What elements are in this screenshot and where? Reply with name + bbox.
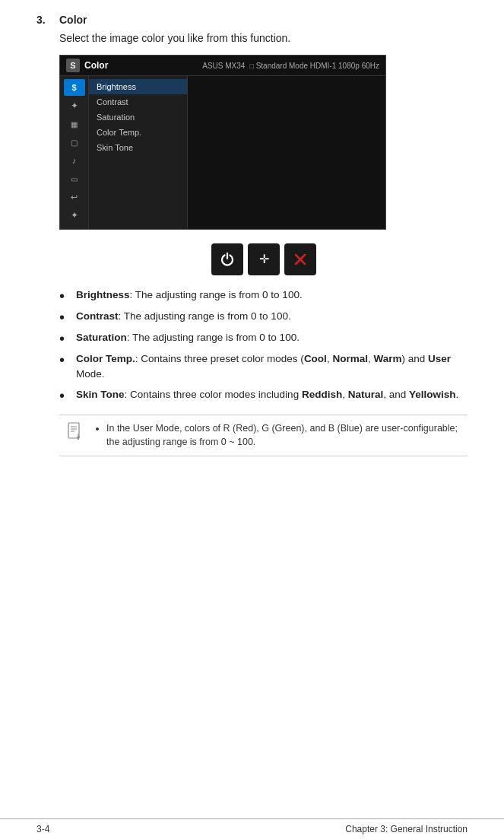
- bullet-saturation-text: Saturation: The adjusting range is from …: [76, 330, 468, 345]
- saturation-label: Saturation: [76, 332, 127, 343]
- footer-chapter: Chapter 3: General Instruction: [345, 824, 468, 834]
- note-content: In the User Mode, colors of R (Red), G (…: [94, 421, 463, 450]
- list-item-brightness: • Brightness: The adjusting range is fro…: [59, 288, 468, 304]
- section-description: Select the image color you like from thi…: [59, 32, 468, 44]
- osd-title: Color: [84, 60, 108, 71]
- reddish-label: Reddish: [302, 389, 342, 400]
- osd-sidebar: $ ✦ ▦ ▢ ♪ ▭ ↩ ✦: [60, 76, 89, 229]
- svg-text:✛: ✛: [258, 253, 268, 265]
- user-label: User: [428, 353, 451, 364]
- bullet-dot: •: [59, 351, 73, 368]
- footer-page-number: 3-4: [36, 824, 49, 834]
- natural-label: Natural: [348, 389, 384, 400]
- osd-mode: □ Standard Mode HDMI-1 1080p 60Hz: [249, 62, 379, 70]
- bullet-contrast-text: Contrast: The adjusting range is from 0 …: [76, 309, 468, 324]
- move-button[interactable]: ✛: [248, 243, 280, 275]
- osd-menu-saturation: Saturation: [89, 110, 187, 125]
- close-icon: [293, 252, 308, 267]
- brightness-label: Brightness: [76, 289, 130, 300]
- note-icon: [64, 421, 87, 443]
- list-item-saturation: • Saturation: The adjusting range is fro…: [59, 330, 468, 347]
- bullet-brightness-text: Brightness: The adjusting range is from …: [76, 288, 468, 303]
- osd-header: S Color ASUS MX34 □ Standard Mode HDMI-1…: [60, 56, 385, 76]
- svg-rect-3: [68, 423, 79, 438]
- list-item-skin-tone: • Skin Tone: Contains three color modes …: [59, 387, 468, 404]
- note-text: In the User Mode, colors of R (Red), G (…: [106, 421, 463, 450]
- skin-tone-label: Skin Tone: [76, 389, 125, 400]
- osd-header-right: ASUS MX34 □ Standard Mode HDMI-1 1080p 6…: [202, 62, 379, 70]
- section-heading: 3. Color: [36, 14, 468, 26]
- yellowish-label: Yellowish: [409, 389, 456, 400]
- sidebar-icon-color2: ▦: [64, 116, 85, 132]
- osd-screen: S Color ASUS MX34 □ Standard Mode HDMI-1…: [59, 55, 386, 230]
- move-icon: ✛: [255, 251, 272, 268]
- section-title: Color: [59, 14, 87, 26]
- sidebar-icon-audio: ♪: [64, 152, 85, 169]
- power-button[interactable]: [211, 243, 243, 275]
- sidebar-icon-brightness: ✦: [64, 97, 85, 114]
- sidebar-icon-settings: ✦: [64, 207, 85, 224]
- bullet-dot: •: [59, 330, 73, 347]
- osd-menu-contrast: Contrast: [89, 94, 187, 110]
- warm-label: Warm: [373, 353, 401, 364]
- sidebar-icon-color: $: [64, 79, 85, 96]
- osd-menu-brightness: Brightness: [89, 79, 187, 94]
- color-temp-label: Color Temp.: [76, 353, 135, 364]
- osd-menu: Brightness Contrast Saturation Color Tem…: [89, 76, 188, 229]
- note-box: In the User Mode, colors of R (Red), G (…: [59, 415, 468, 457]
- section-number: 3.: [36, 14, 59, 26]
- sidebar-icon-image: ▢: [64, 134, 85, 151]
- osd-menu-skin-tone: Skin Tone: [89, 140, 187, 155]
- normal-label: Normal: [332, 353, 368, 364]
- osd-controls: ✛: [59, 243, 468, 275]
- close-button[interactable]: [284, 243, 316, 275]
- osd-body: $ ✦ ▦ ▢ ♪ ▭ ↩ ✦ Brightness Contrast Satu…: [60, 76, 385, 229]
- page-footer: 3-4 Chapter 3: General Instruction: [0, 818, 504, 839]
- feature-list: • Brightness: The adjusting range is fro…: [59, 288, 468, 404]
- pen-icon: [66, 421, 84, 443]
- cool-label: Cool: [304, 353, 327, 364]
- bullet-dot: •: [59, 288, 73, 304]
- bullet-dot: •: [59, 387, 73, 404]
- sidebar-icon-input: ↩: [64, 189, 85, 205]
- contrast-label: Contrast: [76, 310, 119, 322]
- list-item-color-temp: • Color Temp.: Contains three preset col…: [59, 351, 468, 383]
- page-content: 3. Color Select the image color you like…: [0, 0, 504, 479]
- osd-header-left: S Color: [66, 59, 108, 72]
- osd-s-icon: S: [66, 59, 80, 72]
- osd-device: ASUS MX34: [202, 62, 245, 70]
- power-icon: [220, 252, 235, 267]
- osd-value-area: [188, 76, 385, 229]
- bullet-dot: •: [59, 309, 73, 326]
- list-item-contrast: • Contrast: The adjusting range is from …: [59, 309, 468, 326]
- bullet-color-temp-text: Color Temp.: Contains three preset color…: [76, 351, 468, 383]
- sidebar-icon-display: ▭: [64, 170, 85, 187]
- bullet-skin-tone-text: Skin Tone: Contains three color modes in…: [76, 387, 468, 402]
- osd-menu-color-temp: Color Temp.: [89, 125, 187, 140]
